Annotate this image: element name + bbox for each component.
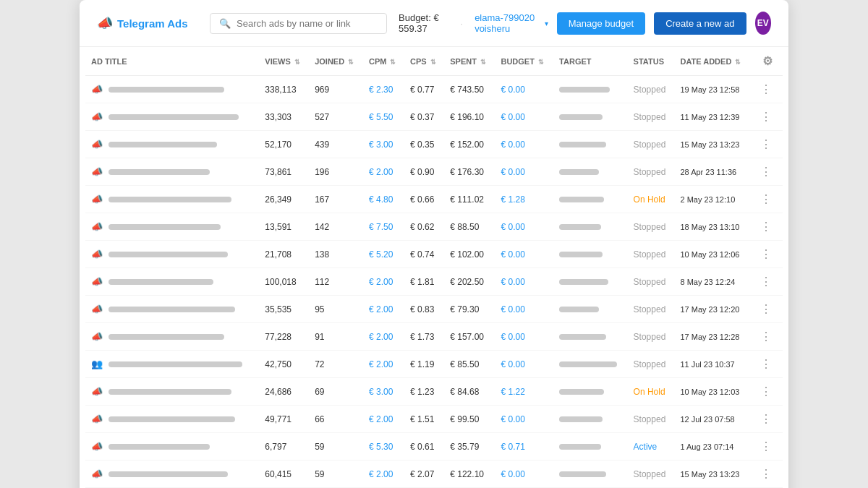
td-target xyxy=(553,406,628,433)
th-date-added[interactable]: DATE ADDED ⇅ xyxy=(674,47,752,76)
td-cpm[interactable]: € 2.30 xyxy=(363,76,404,103)
row-menu-button[interactable]: ⋮ xyxy=(757,275,775,288)
td-cpm[interactable]: € 2.00 xyxy=(363,406,404,433)
gear-icon[interactable]: ⚙ xyxy=(762,55,773,67)
td-target xyxy=(553,158,628,186)
td-menu[interactable]: ⋮ xyxy=(752,268,783,296)
td-menu[interactable]: ⋮ xyxy=(752,103,783,131)
td-spent: € 84.68 xyxy=(444,378,495,406)
td-budget[interactable]: € 1.22 xyxy=(495,378,553,406)
td-menu[interactable]: ⋮ xyxy=(752,131,783,158)
td-cpm[interactable]: € 2.00 xyxy=(363,351,404,378)
th-budget[interactable]: BUDGET ⇅ xyxy=(495,47,553,76)
row-menu-button[interactable]: ⋮ xyxy=(757,221,775,233)
ad-type-icon: 📣 xyxy=(91,166,103,177)
th-cps[interactable]: CPS ⇅ xyxy=(404,47,444,76)
row-menu-button[interactable]: ⋮ xyxy=(757,193,775,205)
td-budget[interactable]: € 0.00 xyxy=(495,296,553,323)
td-cpm[interactable]: € 2.00 xyxy=(363,296,404,323)
user-info[interactable]: elama-799020 voisheru ▾ xyxy=(475,12,548,34)
ad-type-icon: 📣 xyxy=(91,331,103,342)
td-menu[interactable]: ⋮ xyxy=(752,296,783,323)
td-date: 10 May 23 12:03 xyxy=(674,378,752,406)
td-menu[interactable]: ⋮ xyxy=(752,461,783,488)
td-cpm[interactable]: € 3.00 xyxy=(363,378,404,406)
row-menu-button[interactable]: ⋮ xyxy=(757,111,775,123)
row-menu-button[interactable]: ⋮ xyxy=(757,468,775,480)
td-cpm[interactable]: € 4.80 xyxy=(363,186,404,213)
td-cpm[interactable]: € 7.50 xyxy=(363,213,404,241)
search-bar[interactable]: 🔍 xyxy=(210,13,387,34)
td-cpm[interactable]: € 3.00 xyxy=(363,131,404,158)
td-menu[interactable]: ⋮ xyxy=(752,433,783,461)
create-ad-button[interactable]: Create a new ad xyxy=(654,12,746,35)
td-menu[interactable]: ⋮ xyxy=(752,323,783,351)
th-joined[interactable]: JOINED ⇅ xyxy=(309,47,363,76)
th-ad-title[interactable]: AD TITLE xyxy=(85,47,259,76)
td-cps: € 0.90 xyxy=(404,158,444,186)
td-menu[interactable]: ⋮ xyxy=(752,158,783,186)
td-cpm[interactable]: € 5.30 xyxy=(363,433,404,461)
avatar[interactable]: EV xyxy=(755,12,771,35)
td-budget[interactable]: € 0.00 xyxy=(495,268,553,296)
td-budget[interactable]: € 0.00 xyxy=(495,76,553,103)
td-budget[interactable]: € 0.00 xyxy=(495,213,553,241)
row-menu-button[interactable]: ⋮ xyxy=(757,330,775,343)
td-budget[interactable]: € 0.00 xyxy=(495,103,553,131)
td-ad-title: 📣 xyxy=(85,433,259,461)
td-target xyxy=(553,296,628,323)
td-cpm[interactable]: € 2.00 xyxy=(363,158,404,186)
td-budget[interactable]: € 1.28 xyxy=(495,186,553,213)
td-menu[interactable]: ⋮ xyxy=(752,351,783,378)
manage-budget-button[interactable]: Manage budget xyxy=(557,12,645,35)
td-ad-title: 📣 xyxy=(85,158,259,186)
header: 📣 Telegram Ads 🔍 Budget: € 559.37 · elam… xyxy=(80,0,788,47)
td-cpm[interactable]: € 5.20 xyxy=(363,241,404,268)
td-menu[interactable]: ⋮ xyxy=(752,241,783,268)
row-menu-button[interactable]: ⋮ xyxy=(757,83,775,95)
row-menu-button[interactable]: ⋮ xyxy=(757,138,775,150)
td-cpm[interactable]: € 2.00 xyxy=(363,268,404,296)
td-cpm[interactable]: € 5.50 xyxy=(363,103,404,131)
td-budget[interactable]: € 0.00 xyxy=(495,351,553,378)
th-views[interactable]: VIEWS ⇅ xyxy=(259,47,309,76)
td-budget[interactable]: € 0.00 xyxy=(495,158,553,186)
td-menu[interactable]: ⋮ xyxy=(752,186,783,213)
ad-type-icon: 📣 xyxy=(91,194,103,205)
td-cps: € 0.77 xyxy=(404,76,444,103)
td-cpm[interactable]: € 2.00 xyxy=(363,461,404,488)
td-joined: 138 xyxy=(309,241,363,268)
td-date: 10 May 23 12:06 xyxy=(674,241,752,268)
td-menu[interactable]: ⋮ xyxy=(752,213,783,241)
td-budget[interactable]: € 0.00 xyxy=(495,323,553,351)
logo-area: 📣 Telegram Ads xyxy=(97,15,198,31)
td-cps: € 1.73 xyxy=(404,323,444,351)
row-menu-button[interactable]: ⋮ xyxy=(757,166,775,178)
td-budget[interactable]: € 0.71 xyxy=(495,433,553,461)
td-menu[interactable]: ⋮ xyxy=(752,378,783,406)
td-spent: € 176.30 xyxy=(444,158,495,186)
td-budget[interactable]: € 0.00 xyxy=(495,406,553,433)
td-date: 18 May 23 13:10 xyxy=(674,213,752,241)
row-menu-button[interactable]: ⋮ xyxy=(757,385,775,398)
td-joined: 95 xyxy=(309,296,363,323)
table-row: 👥 42,750 72 € 2.00 € 1.19 € 85.50 € 0.00… xyxy=(85,351,783,378)
row-menu-button[interactable]: ⋮ xyxy=(757,248,775,260)
td-target xyxy=(553,323,628,351)
row-menu-button[interactable]: ⋮ xyxy=(757,413,775,425)
td-menu[interactable]: ⋮ xyxy=(752,76,783,103)
row-menu-button[interactable]: ⋮ xyxy=(757,358,775,370)
td-budget[interactable]: € 0.00 xyxy=(495,241,553,268)
search-input[interactable] xyxy=(237,18,378,29)
row-menu-button[interactable]: ⋮ xyxy=(757,440,775,453)
th-settings[interactable]: ⚙ xyxy=(752,47,783,76)
td-cpm[interactable]: € 2.00 xyxy=(363,323,404,351)
td-budget[interactable]: € 0.00 xyxy=(495,131,553,158)
row-menu-button[interactable]: ⋮ xyxy=(757,303,775,315)
table-header-row: AD TITLE VIEWS ⇅ JOINED ⇅ CPM ⇅ CPS ⇅ SP… xyxy=(85,47,783,76)
td-menu[interactable]: ⋮ xyxy=(752,406,783,433)
td-budget[interactable]: € 0.00 xyxy=(495,461,553,488)
th-spent[interactable]: SPENT ⇅ xyxy=(444,47,495,76)
th-cpm[interactable]: CPM ⇅ xyxy=(363,47,404,76)
td-status: On Hold xyxy=(628,186,675,213)
